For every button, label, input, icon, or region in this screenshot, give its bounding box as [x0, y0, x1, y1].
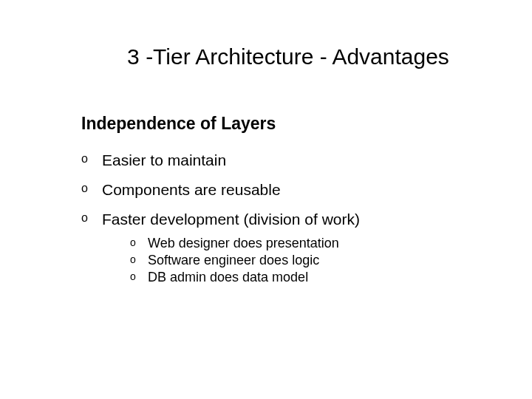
sub-bullet-list: Web designer does presentation Software … — [102, 236, 532, 285]
list-item: Easier to maintain — [81, 151, 532, 169]
bullet-text: Components are reusable — [102, 181, 281, 198]
slide-title: 3 -Tier Architecture - Advantages — [44, 44, 532, 69]
bullet-text: Faster development (division of work) — [102, 211, 360, 228]
bullet-list: Easier to maintain Components are reusab… — [81, 151, 532, 285]
slide-subtitle: Independence of Layers — [81, 114, 532, 134]
list-item: DB admin does data model — [130, 270, 532, 285]
bullet-text: Easier to maintain — [102, 151, 226, 168]
sub-bullet-text: Web designer does presentation — [148, 236, 339, 250]
list-item: Components are reusable — [81, 181, 532, 199]
list-item: Web designer does presentation — [130, 236, 532, 251]
sub-bullet-text: DB admin does data model — [148, 270, 308, 284]
list-item: Software engineer does logic — [130, 253, 532, 268]
sub-bullet-text: Software engineer does logic — [148, 253, 319, 267]
list-item: Faster development (division of work) We… — [81, 211, 532, 285]
slide-content: Independence of Layers Easier to maintai… — [0, 114, 532, 285]
